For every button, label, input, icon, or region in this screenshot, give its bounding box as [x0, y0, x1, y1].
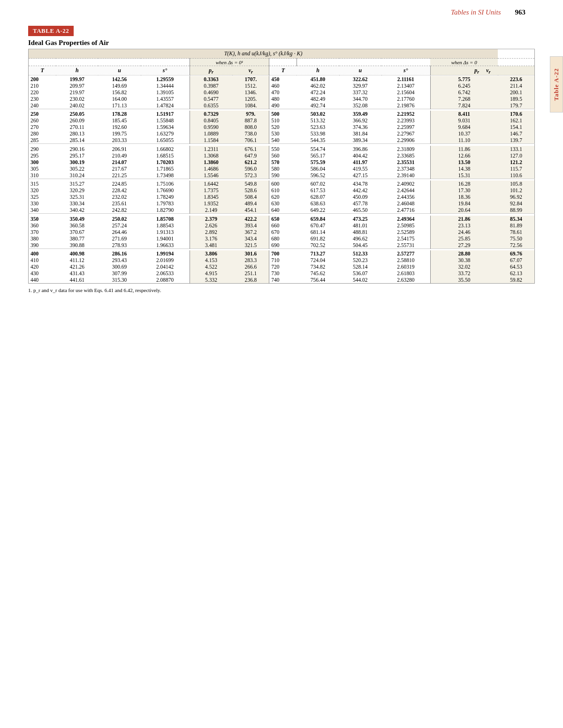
table-label: TABLE A-22: [28, 26, 74, 36]
table-row: 300300.19214.071.702031.3860621.2570575.…: [29, 159, 535, 165]
page-header: Tables in SI Units 963: [0, 0, 563, 21]
table-row: 440441.61315.302.088705.332236.8740756.4…: [29, 277, 535, 284]
table-row: 410411.12293.432.016994.153283.3710724.0…: [29, 257, 535, 263]
col-u-right: u: [339, 66, 381, 75]
table-row: 330330.34235.611.797831.9352489.4630638.…: [29, 200, 535, 207]
table-row: 285285.14203.331.650551.1584706.1540544.…: [29, 137, 535, 144]
col-pr-left: pr: [190, 66, 232, 75]
table-row: 310310.24221.251.734981.5546572.3590596.…: [29, 172, 535, 179]
table-title: Ideal Gas Properties of Air: [28, 39, 535, 47]
side-tab: Table A-22: [550, 56, 563, 113]
table-row: 250250.05178.281.519170.7329979.500503.0…: [29, 111, 535, 117]
units-header-row: T(K), h and u(kJ/kg), s° (kJ/kg · K): [29, 49, 535, 59]
table-row: 340340.42242.821.827902.149454.1640649.2…: [29, 207, 535, 214]
when-ds-0-right: when Δs = 0: [430, 59, 498, 66]
data-table: T(K), h and u(kJ/kg), s° (kJ/kg · K) whe…: [28, 49, 535, 284]
table-row: 270270.11192.601.596340.9590808.0520523.…: [29, 124, 535, 130]
col-header-row: T h u s° pr vr T h u s° pr vr: [29, 66, 535, 75]
table-row: 210209.97149.691.344440.39871512.460462.…: [29, 83, 535, 89]
table-row: 200199.97142.561.295590.33631707.450451.…: [29, 76, 535, 83]
table-row: 290290.16206.911.668021.2311676.1550554.…: [29, 146, 535, 152]
units-label: T(K), h and u(kJ/kg), s° (kJ/kg · K): [29, 49, 498, 59]
main-content: TABLE A-22 Ideal Gas Properties of Air T…: [0, 21, 563, 307]
table-row: 400400.98286.161.991943.806301.6700713.2…: [29, 250, 535, 257]
table-row: 360360.58257.241.885432.626393.4660670.4…: [29, 222, 535, 229]
col-h-right: h: [297, 66, 339, 75]
table-row: 295295.17210.491.685151.3068647.9560565.…: [29, 152, 535, 159]
table-row: 305305.22217.671.718651.4686596.0580586.…: [29, 165, 535, 172]
table-row: 420421.26300.692.041424.522266.6720734.8…: [29, 263, 535, 270]
table-row: 380380.77271.691.940013.176343.4680691.8…: [29, 235, 535, 242]
table-row: 430431.43307.992.065334.915251.1730745.6…: [29, 270, 535, 277]
col-vr-left: vr: [232, 66, 269, 75]
col-s-right: s°: [381, 66, 430, 75]
col-h-left: h: [56, 66, 98, 75]
when-ds-0-left: when Δs = 0¹: [190, 59, 269, 66]
col-pr-vr-right: pr vr: [430, 66, 534, 75]
when-ds-row: when Δs = 0¹ when Δs = 0: [29, 59, 535, 66]
table-row: 315315.27224.851.751061.6442549.8600607.…: [29, 180, 535, 187]
table-row: 230230.02164.001.435570.54771205.480482.…: [29, 96, 535, 102]
col-T-right: T: [269, 66, 297, 75]
table-row: 390390.88278.931.966333.481321.5690702.5…: [29, 242, 535, 249]
header-title: Tables in SI Units: [451, 8, 501, 16]
table-row: 260260.09185.451.558480.8405887.8510513.…: [29, 117, 535, 124]
table-row: 370370.67264.461.913132.892367.2670681.1…: [29, 229, 535, 235]
table-row: 350350.49250.021.857082.379422.2650659.8…: [29, 216, 535, 222]
col-s-left: s°: [141, 66, 190, 75]
table-row: 220219.97156.821.391050.46901346.470472.…: [29, 89, 535, 96]
col-u-left: u: [98, 66, 140, 75]
table-row: 280280.13199.751.632791.0889738.0530533.…: [29, 130, 535, 137]
col-T-left: T: [29, 66, 56, 75]
footnote: 1. p_r and v_r data for use with Eqs. 6.…: [28, 287, 535, 293]
table-row: 325325.31232.021.782491.8345508.4620628.…: [29, 194, 535, 200]
table-row: 320320.29228.421.766901.7375528.6610617.…: [29, 187, 535, 194]
table-row: 240240.02171.131.478240.63551084.490492.…: [29, 102, 535, 109]
page-number: 963: [515, 8, 526, 16]
